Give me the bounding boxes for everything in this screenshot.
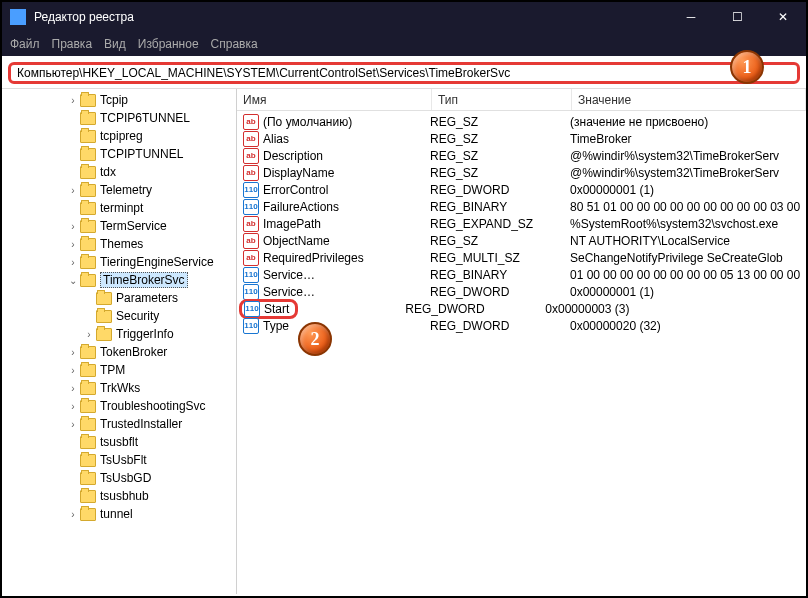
folder-icon: [80, 346, 96, 359]
tree-label: TieringEngineService: [100, 255, 214, 269]
value-row[interactable]: abDescriptionREG_SZ@%windir%\system32\Ti…: [237, 147, 806, 164]
tree-item[interactable]: Security: [2, 307, 236, 325]
close-button[interactable]: ✕: [760, 2, 806, 32]
expand-icon[interactable]: ›: [66, 257, 80, 268]
tree-label: terminpt: [100, 201, 143, 215]
value-data: 80 51 01 00 00 00 00 00 00 00 00 00 03 0…: [570, 200, 806, 214]
values-list[interactable]: ab(По умолчанию)REG_SZ(значение не присв…: [237, 111, 806, 334]
value-type: REG_EXPAND_SZ: [430, 217, 570, 231]
value-type-icon: ab: [243, 114, 259, 130]
menubar: Файл Правка Вид Избранное Справка: [2, 32, 806, 56]
value-name: Description: [263, 149, 430, 163]
expand-icon[interactable]: ›: [66, 239, 80, 250]
menu-view[interactable]: Вид: [104, 37, 126, 51]
value-row[interactable]: abRequiredPrivilegesREG_MULTI_SZSeChange…: [237, 249, 806, 266]
value-row[interactable]: abDisplayNameREG_SZ@%windir%\system32\Ti…: [237, 164, 806, 181]
expand-icon[interactable]: ›: [66, 185, 80, 196]
value-name: ObjectName: [263, 234, 430, 248]
value-row[interactable]: 110ErrorControlREG_DWORD0x00000001 (1): [237, 181, 806, 198]
tree-item[interactable]: ›TieringEngineService: [2, 253, 236, 271]
tree-item[interactable]: Parameters: [2, 289, 236, 307]
tree-item[interactable]: ›TrustedInstaller: [2, 415, 236, 433]
expand-icon[interactable]: ›: [66, 401, 80, 412]
col-value[interactable]: Значение: [572, 89, 806, 110]
value-row[interactable]: abAliasREG_SZTimeBroker: [237, 130, 806, 147]
expand-icon[interactable]: ›: [66, 509, 80, 520]
value-name: (По умолчанию): [263, 115, 430, 129]
expand-icon[interactable]: ›: [66, 419, 80, 430]
tree-item[interactable]: ⌄TimeBrokerSvc: [2, 271, 236, 289]
tree-panel[interactable]: ›TcpipTCPIP6TUNNELtcpipregTCPIPTUNNELtdx…: [2, 89, 237, 594]
folder-icon: [80, 220, 96, 233]
tree-label: Telemetry: [100, 183, 152, 197]
tree-label: TsUsbGD: [100, 471, 151, 485]
tree-item[interactable]: ›tunnel: [2, 505, 236, 523]
menu-help[interactable]: Справка: [211, 37, 258, 51]
minimize-button[interactable]: ─: [668, 2, 714, 32]
value-type: REG_DWORD: [430, 319, 570, 333]
col-type[interactable]: Тип: [432, 89, 572, 110]
tree-label: TimeBrokerSvc: [100, 272, 188, 288]
tree-label: TokenBroker: [100, 345, 167, 359]
expand-icon[interactable]: ›: [66, 383, 80, 394]
tree-item[interactable]: ›Tcpip: [2, 91, 236, 109]
value-row[interactable]: 110FailureActionsREG_BINARY80 51 01 00 0…: [237, 198, 806, 215]
folder-icon: [80, 148, 96, 161]
value-data: 0x00000020 (32): [570, 319, 806, 333]
tree-item[interactable]: TsUsbFlt: [2, 451, 236, 469]
folder-icon: [80, 256, 96, 269]
value-data: %SystemRoot%\system32\svchost.exe: [570, 217, 806, 231]
value-row[interactable]: 110Service…REG_BINARY01 00 00 00 00 00 0…: [237, 266, 806, 283]
address-input[interactable]: Компьютер\HKEY_LOCAL_MACHINE\SYSTEM\Curr…: [8, 62, 800, 84]
value-type-icon: 110: [243, 267, 259, 283]
tree-item[interactable]: tsusbflt: [2, 433, 236, 451]
tree-item[interactable]: tsusbhub: [2, 487, 236, 505]
tree-item[interactable]: tcpipreg: [2, 127, 236, 145]
expand-icon[interactable]: ›: [82, 329, 96, 340]
tree-item[interactable]: ›Telemetry: [2, 181, 236, 199]
menu-file[interactable]: Файл: [10, 37, 40, 51]
value-name: Start: [264, 302, 289, 316]
expand-icon[interactable]: ›: [66, 347, 80, 358]
menu-edit[interactable]: Правка: [52, 37, 93, 51]
tree-item[interactable]: ›TriggerInfo: [2, 325, 236, 343]
folder-icon: [80, 400, 96, 413]
tree-label: TCPIP6TUNNEL: [100, 111, 190, 125]
tree-item[interactable]: TsUsbGD: [2, 469, 236, 487]
expand-icon[interactable]: ›: [66, 221, 80, 232]
value-data: @%windir%\system32\TimeBrokerServ: [570, 149, 806, 163]
tree-item[interactable]: ›TPM: [2, 361, 236, 379]
expand-icon[interactable]: ›: [66, 365, 80, 376]
expand-icon[interactable]: ›: [66, 95, 80, 106]
value-row[interactable]: 110StartREG_DWORD0x00000003 (3): [237, 300, 806, 317]
maximize-button[interactable]: ☐: [714, 2, 760, 32]
tree-label: TPM: [100, 363, 125, 377]
tree-item[interactable]: TCPIP6TUNNEL: [2, 109, 236, 127]
tree-label: Tcpip: [100, 93, 128, 107]
tree-label: TsUsbFlt: [100, 453, 147, 467]
tree-item[interactable]: tdx: [2, 163, 236, 181]
value-row[interactable]: 110Service…REG_DWORD0x00000001 (1): [237, 283, 806, 300]
tree-label: tdx: [100, 165, 116, 179]
tree-item[interactable]: ›Themes: [2, 235, 236, 253]
value-type: REG_SZ: [430, 166, 570, 180]
folder-icon: [80, 184, 96, 197]
value-row[interactable]: abImagePathREG_EXPAND_SZ%SystemRoot%\sys…: [237, 215, 806, 232]
value-type: REG_SZ: [430, 234, 570, 248]
tree-item[interactable]: terminpt: [2, 199, 236, 217]
tree-label: tsusbhub: [100, 489, 149, 503]
col-name[interactable]: Имя: [237, 89, 432, 110]
tree-item[interactable]: ›TokenBroker: [2, 343, 236, 361]
value-type-icon: 110: [243, 199, 259, 215]
folder-icon: [80, 508, 96, 521]
tree-item[interactable]: ›TermService: [2, 217, 236, 235]
menu-favorites[interactable]: Избранное: [138, 37, 199, 51]
tree-item[interactable]: ›TroubleshootingSvc: [2, 397, 236, 415]
tree-item[interactable]: TCPIPTUNNEL: [2, 145, 236, 163]
value-row[interactable]: abObjectNameREG_SZNT AUTHORITY\LocalServ…: [237, 232, 806, 249]
highlighted-value: 110Start: [239, 299, 298, 319]
expand-icon[interactable]: ⌄: [66, 275, 80, 286]
folder-icon: [96, 310, 112, 323]
value-row[interactable]: ab(По умолчанию)REG_SZ(значение не присв…: [237, 113, 806, 130]
tree-item[interactable]: ›TrkWks: [2, 379, 236, 397]
